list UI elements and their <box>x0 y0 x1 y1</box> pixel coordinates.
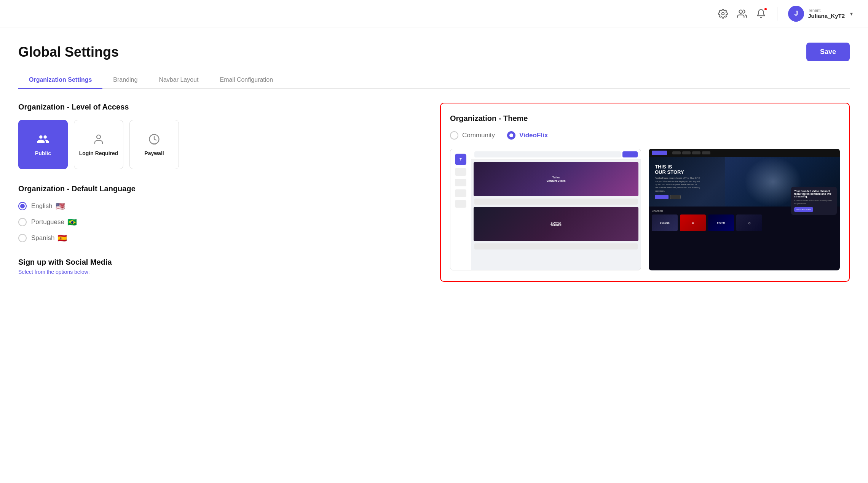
header-divider <box>777 7 777 21</box>
tab-org-settings[interactable]: Organization Settings <box>18 72 102 89</box>
community-search <box>474 151 621 157</box>
svg-point-0 <box>722 12 724 15</box>
vf-modal-btn: FIND OUT MORE <box>794 207 813 212</box>
social-section: Sign up with Social Media Select from th… <box>18 258 420 275</box>
theme-options: Community VideoFlix <box>450 131 840 140</box>
tabs: Organization Settings Branding Navbar La… <box>18 72 850 89</box>
community-main: TalksVentureVibes SOPHIATURNER <box>471 149 641 270</box>
settings-icon[interactable] <box>718 8 728 19</box>
theme-section-title: Organization - Theme <box>450 114 840 123</box>
paywall-icon <box>147 132 161 146</box>
vf-info-btn <box>670 195 681 199</box>
community-meta-2 <box>474 243 638 249</box>
english-radio <box>18 202 27 210</box>
vf-channel-cards: DEXONS 10 STORM ⬡ <box>652 214 837 231</box>
vf-hero-buttons <box>655 195 700 199</box>
videoflix-nav <box>672 151 710 154</box>
left-panel: Organization - Level of Access Public <box>18 103 428 282</box>
tab-navbar-layout[interactable]: Navbar Layout <box>148 72 209 89</box>
community-logo: T <box>455 154 466 165</box>
social-section-title: Sign up with Social Media <box>18 258 420 267</box>
main-content: Global Settings Save Organization Settin… <box>0 27 868 483</box>
community-sidebar: T <box>450 149 471 270</box>
tenant-label: Tenant <box>808 8 845 13</box>
chevron-down-icon: ▾ <box>850 11 853 17</box>
community-meta-1 <box>474 199 638 205</box>
vf-hero-text: THIS ISOUR STORY Football fans, you've h… <box>655 164 700 200</box>
vf-hero-subtitle: Football fans, you've heard of The Blue … <box>655 176 700 192</box>
language-options: English 🇺🇸 Portuguese 🇧🇷 S <box>18 202 420 243</box>
tab-email-config[interactable]: Email Configuration <box>209 72 284 89</box>
user-menu[interactable]: J Tenant Juliana_KyT2 ▾ <box>788 6 853 22</box>
english-label: English 🇺🇸 <box>31 202 65 211</box>
vf-modal-text: Extenso server will customize and power … <box>794 199 834 205</box>
notification-icon-wrapper[interactable] <box>756 8 766 19</box>
user-info: Tenant Juliana_KyT2 <box>808 8 845 19</box>
vf-nav-2 <box>682 151 691 154</box>
spanish-label: Spanish 🇪🇸 <box>31 234 67 243</box>
access-card-public[interactable]: Public <box>18 120 68 169</box>
access-card-login-required[interactable]: Login Required <box>74 120 123 169</box>
vf-watch-btn <box>655 195 669 199</box>
vf-modal-btn-text: FIND OUT MORE <box>796 208 811 211</box>
vf-card-2: 10 <box>680 214 706 231</box>
language-option-spanish[interactable]: Spanish 🇪🇸 <box>18 234 420 243</box>
videoflix-topbar <box>649 149 840 157</box>
english-flag: 🇺🇸 <box>56 202 65 211</box>
community-radio <box>450 131 458 140</box>
spanish-radio <box>18 234 27 242</box>
svg-point-1 <box>739 10 743 13</box>
portuguese-flag: 🇧🇷 <box>67 218 77 227</box>
header-icons <box>718 8 766 19</box>
content-grid: Organization - Level of Access Public <box>18 103 850 282</box>
community-nav-2 <box>455 179 466 186</box>
vf-modal-title: Your branded video channel, featuring on… <box>794 190 834 198</box>
vf-card-4: ⬡ <box>736 214 762 231</box>
videoflix-radio-inner <box>509 133 513 137</box>
svg-point-2 <box>97 135 101 139</box>
header: J Tenant Juliana_KyT2 ▾ <box>0 0 868 27</box>
public-label: Public <box>35 150 51 157</box>
access-card-paywall[interactable]: Paywall <box>129 120 179 169</box>
community-content: TalksVentureVibes SOPHIATURNER <box>471 160 641 270</box>
language-option-english[interactable]: English 🇺🇸 <box>18 202 420 211</box>
community-label: Community <box>462 132 495 139</box>
videoflix-label: VideoFlix <box>519 132 548 139</box>
vf-card-1: DEXONS <box>652 214 678 231</box>
users-icon[interactable] <box>737 8 747 19</box>
community-nav-3 <box>455 189 466 197</box>
vf-nav-4 <box>702 151 710 154</box>
save-button[interactable]: Save <box>806 43 850 61</box>
theme-option-community[interactable]: Community <box>450 131 495 140</box>
login-required-icon <box>92 132 105 146</box>
community-thumb-1-text: TalksVentureVibes <box>546 176 566 183</box>
page-title-row: Global Settings Save <box>18 43 850 61</box>
paywall-label: Paywall <box>144 150 164 157</box>
page-title: Global Settings <box>18 44 119 60</box>
community-signup-btn <box>622 151 638 157</box>
community-thumb-2: SOPHIATURNER <box>474 207 638 241</box>
community-nav-4 <box>455 200 466 208</box>
theme-previews: T TalksVentureVibes <box>450 149 840 270</box>
vf-nav-1 <box>672 151 681 154</box>
username: Juliana_KyT2 <box>808 13 845 19</box>
community-thumb-2-text: SOPHIATURNER <box>550 221 562 227</box>
public-icon <box>36 132 50 146</box>
videoflix-logo <box>652 151 667 155</box>
spanish-flag: 🇪🇸 <box>57 234 67 243</box>
access-cards: Public Login Required <box>18 120 420 169</box>
language-option-portuguese[interactable]: Portuguese 🇧🇷 <box>18 218 420 227</box>
portuguese-label: Portuguese 🇧🇷 <box>31 218 77 227</box>
videoflix-radio <box>507 131 515 140</box>
avatar: J <box>788 6 804 22</box>
vf-nav-3 <box>692 151 700 154</box>
videoflix-modal: Your branded video channel, featuring on… <box>791 187 837 215</box>
theme-option-videoflix[interactable]: VideoFlix <box>507 131 548 140</box>
community-preview: T TalksVentureVibes <box>450 149 641 270</box>
tab-branding[interactable]: Branding <box>102 72 148 89</box>
language-section-title: Organization - Default Language <box>18 184 420 193</box>
community-topbar <box>471 149 641 160</box>
vf-card-2-text: 10 <box>692 222 694 224</box>
community-nav-1 <box>455 168 466 176</box>
social-section-subtitle: Select from the options below: <box>18 269 420 275</box>
